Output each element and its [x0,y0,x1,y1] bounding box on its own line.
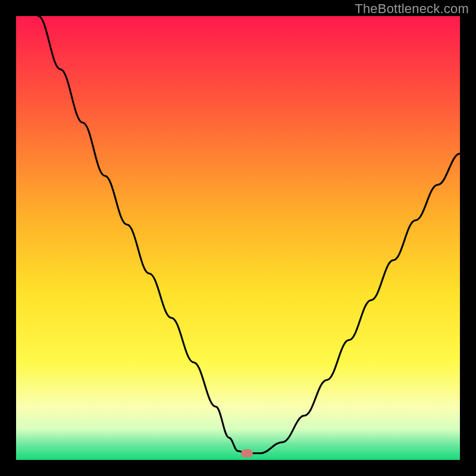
optimal-point-marker [241,449,253,458]
bottleneck-plot [16,16,460,460]
watermark-text: TheBottleneck.com [355,1,469,17]
chart-frame: TheBottleneck.com [0,0,476,476]
gradient-rect [16,16,460,460]
